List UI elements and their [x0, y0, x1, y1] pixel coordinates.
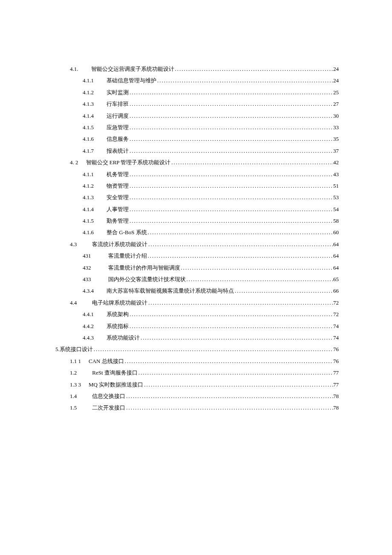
toc-entry: 1.3 3MQ 实时数据推送接口77: [55, 380, 339, 389]
toc-entry: 4.1.5应急管理33: [55, 122, 339, 132]
toc-number: 4.1.7: [83, 146, 94, 156]
toc-title: 客流量统计的作用与智能调度: [108, 263, 180, 273]
toc-number: 4.1.2: [83, 181, 94, 191]
toc-leader-dots: [147, 239, 333, 249]
toc-entry: 4.4.1系统架构72: [55, 309, 339, 319]
toc-title: 电子站牌系统功能设计: [92, 298, 147, 308]
toc-title: CAN 总线接口: [89, 356, 124, 366]
toc-number: 4.3: [70, 239, 77, 249]
toc-title: 系统功能设计: [107, 333, 140, 343]
toc-number: 5.: [55, 344, 60, 354]
toc-leader-dots: [129, 146, 333, 156]
toc-leader-dots: [129, 192, 333, 202]
toc-leader-dots: [129, 321, 333, 331]
toc-entry: 433国内外公交客流量统计技术现状65: [55, 274, 339, 284]
toc-title: 国内外公交客流量统计技术现状: [108, 274, 186, 284]
toc-page: 76: [333, 344, 339, 354]
toc-number: 4.1.2: [83, 87, 94, 97]
toc-entry: 431客流量统计介绍64: [55, 251, 339, 261]
toc-page: 58: [333, 216, 339, 226]
toc-leader-dots: [147, 298, 333, 308]
toc-number: 4.1.5: [83, 216, 94, 226]
toc-page: 76: [333, 356, 339, 366]
toc-title: 报表统计: [107, 146, 129, 156]
toc-leader-dots: [174, 64, 334, 74]
table-of-contents: 4.1.智能公交运营调度子系统功能设计244.1.1基础信息管理与维护244.1…: [55, 64, 339, 413]
toc-entry: 4.1.4人事管理54: [55, 204, 339, 214]
toc-entry: 1.2ReSt 查询服务接口77: [55, 368, 339, 378]
toc-title: 系统指标: [107, 321, 129, 331]
toc-title: 南大苏富特车载智能视频客流量统计系统功能与特点: [107, 286, 234, 296]
toc-number: 4.1.5: [83, 122, 94, 132]
toc-number: 1.1 1: [70, 356, 81, 366]
toc-page: 74: [333, 333, 339, 343]
toc-entry: 1.4信息交换接口78: [55, 391, 339, 401]
toc-leader-dots: [180, 263, 334, 273]
toc-entry: 4.3.4南大苏富特车载智能视频客流量统计系统功能与特点66: [55, 286, 339, 296]
toc-page: 77: [333, 380, 339, 389]
toc-page: 78: [333, 391, 339, 401]
toc-page: 74: [333, 321, 339, 331]
toc-entry: 4.3客流统计系统功能设计64: [55, 239, 339, 249]
toc-title: 运行调度: [107, 111, 129, 121]
toc-entry: 4.1.3安全管理53: [55, 192, 339, 202]
toc-leader-dots: [129, 181, 333, 191]
toc-page: 42: [333, 157, 339, 167]
toc-title: 客流统计系统功能设计: [92, 239, 147, 249]
toc-entry: 4.4.3系统功能设计74: [55, 333, 339, 343]
toc-entry: 4.1.6信息服务35: [55, 134, 339, 144]
toc-page: 64: [333, 263, 339, 273]
toc-number: 1.3 3: [70, 380, 81, 389]
toc-page: 35: [333, 134, 339, 144]
toc-leader-dots: [129, 309, 333, 319]
toc-page: 24: [333, 64, 339, 74]
toc-leader-dots: [125, 403, 333, 413]
toc-leader-dots: [129, 87, 333, 97]
toc-page: 43: [333, 169, 339, 179]
toc-number: 4. 2: [70, 157, 78, 167]
toc-page: 66: [333, 286, 339, 296]
toc-entry: 1.5二次开发接口78: [55, 403, 339, 413]
toc-leader-dots: [147, 251, 334, 261]
toc-entry: 4.4.2系统指标74: [55, 321, 339, 331]
toc-title: 信息服务: [107, 134, 129, 144]
toc-entry: 4.1.7报表统计37: [55, 146, 339, 156]
toc-page: 24: [333, 76, 339, 85]
toc-entry: 4.1.1机务管理43: [55, 169, 339, 179]
toc-leader-dots: [129, 204, 333, 214]
toc-page: 64: [333, 239, 339, 249]
toc-title: 二次开发接口: [92, 403, 125, 413]
toc-page: 33: [333, 122, 339, 132]
toc-leader-dots: [129, 134, 333, 144]
toc-title: 安全管理: [107, 192, 129, 202]
toc-entry: 5.系统接口设计76: [55, 344, 339, 354]
toc-page: 51: [333, 181, 339, 191]
toc-page: 30: [333, 111, 339, 121]
toc-title: 物资管理: [107, 181, 129, 191]
toc-title: 客流量统计介绍: [108, 251, 147, 261]
toc-number: 4.1.4: [83, 111, 94, 121]
toc-page: 77: [333, 368, 339, 378]
toc-number: 1.4: [70, 391, 77, 401]
toc-page: 54: [333, 204, 339, 214]
toc-number: 4.1.6: [83, 134, 94, 144]
toc-page: 53: [333, 192, 339, 202]
toc-number: 431: [83, 251, 91, 261]
toc-page: 25: [333, 87, 339, 97]
toc-page: 72: [333, 298, 339, 308]
toc-page: 72: [333, 309, 339, 319]
toc-title: 机务管理: [107, 169, 129, 179]
toc-title: MQ 实时数据推送接口: [89, 380, 143, 389]
toc-leader-dots: [170, 157, 333, 167]
toc-title: 整合 G-BoS 系统: [107, 227, 147, 237]
toc-leader-dots: [156, 76, 333, 85]
toc-number: 4.1.1: [83, 76, 94, 85]
toc-title: 系统接口设计: [60, 344, 93, 354]
toc-page: 65: [333, 274, 339, 284]
toc-number: 4.1.6: [83, 227, 94, 237]
toc-title: 实时监测: [107, 87, 129, 97]
toc-entry: 4.1.2物资管理51: [55, 181, 339, 191]
toc-entry: 4.4电子站牌系统功能设计72: [55, 298, 339, 308]
toc-title: ReSt 查询服务接口: [92, 368, 138, 378]
toc-leader-dots: [129, 122, 333, 132]
